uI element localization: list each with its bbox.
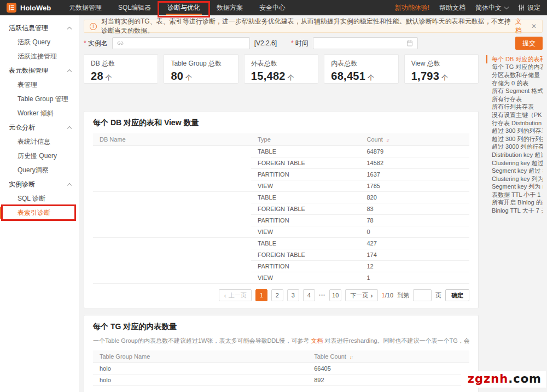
page-button-4[interactable]: 4 bbox=[303, 289, 315, 301]
column-header-label: Type bbox=[258, 136, 271, 143]
section-description: 一个Table Group的内表总数不建议超过1W张，表太多可能会导致DDL慢，… bbox=[93, 337, 469, 345]
nav-tab-wrap: 元数据管理 bbox=[61, 0, 110, 15]
submit-button[interactable]: 提交 bbox=[515, 37, 543, 50]
anchor-item[interactable]: 每个 DB 对应的表和 View... bbox=[486, 55, 543, 63]
column-header[interactable]: DB Name bbox=[93, 133, 251, 146]
banner-doc-link[interactable]: 文档 bbox=[515, 17, 527, 36]
prev-page-button[interactable]: 上一页 bbox=[219, 289, 251, 301]
sliders-icon bbox=[518, 4, 525, 11]
jump-label: 到第 bbox=[397, 291, 409, 300]
column-header[interactable]: Type bbox=[251, 133, 360, 146]
anchor-item[interactable]: 所有开启 Binlog 的表 bbox=[486, 199, 543, 207]
anchor-item[interactable]: 所有行存表 bbox=[486, 95, 543, 103]
stat-value: 28个 bbox=[91, 70, 151, 83]
page-button-10[interactable]: 10 bbox=[329, 289, 341, 301]
confirm-button[interactable]: 确定 bbox=[445, 289, 469, 301]
nav-tab[interactable]: SQL编辑器 bbox=[118, 3, 151, 13]
nav-tab[interactable]: 元数据管理 bbox=[69, 3, 102, 13]
nav-tab[interactable]: 安全中心 bbox=[259, 3, 286, 13]
nav-tab[interactable]: 诊断与优化 bbox=[167, 3, 200, 13]
table-row: TABLE64879 bbox=[93, 146, 469, 157]
page-button-1[interactable]: 1 bbox=[255, 289, 267, 301]
type-cell: PARTITION bbox=[251, 215, 360, 226]
db-table-header-row: DB NameTypeCount bbox=[93, 133, 469, 146]
column-header[interactable]: Table Count bbox=[307, 350, 469, 363]
sidebar-item[interactable]: SQL 诊断 bbox=[0, 191, 79, 206]
instance-name-label: 实例名 bbox=[84, 39, 108, 48]
anchor-item[interactable]: Distribution key 超过 3 列... bbox=[486, 151, 543, 159]
column-header[interactable]: Table Group Name bbox=[93, 350, 307, 363]
anchor-item[interactable]: 所有 Segment 格式的表... bbox=[486, 87, 543, 95]
anchor-item[interactable]: 每个 TG 对应的内表数量 bbox=[486, 63, 543, 72]
anchor-item[interactable]: 超过 300 列的行列共存表 bbox=[486, 135, 543, 143]
anchor-item[interactable]: 表数据 TTL 小于 1 天的表 bbox=[486, 191, 543, 199]
navbar-tabs: 元数据管理SQL编辑器诊断与优化数据方案安全中心 bbox=[61, 0, 294, 15]
type-cell: PARTITION bbox=[251, 261, 360, 272]
anchor-item[interactable]: 超过 300 列的列存表 bbox=[486, 127, 543, 135]
table-row: holo892 bbox=[93, 375, 469, 386]
time-field[interactable] bbox=[313, 37, 418, 49]
anchor-item[interactable]: Segment key 列为 nullabl... bbox=[486, 183, 543, 191]
anchor-item[interactable]: 分区表数和存储量 bbox=[486, 71, 543, 79]
time-label: 时间 bbox=[291, 39, 309, 48]
stat-card: 内表总数68,451个 bbox=[324, 54, 398, 84]
sidebar-item[interactable]: 历史慢 Query bbox=[0, 149, 79, 163]
tg-name-cell: holo bbox=[93, 375, 307, 386]
sidebar-group[interactable]: 元仓分析 bbox=[0, 120, 79, 134]
sidebar-item-label: 表管理 bbox=[18, 81, 37, 89]
help-docs-link[interactable]: 帮助文档 bbox=[439, 3, 465, 13]
next-page-button[interactable]: 下一页 bbox=[345, 289, 377, 301]
db-name-cell bbox=[93, 146, 251, 192]
nav-tab[interactable]: 数据方案 bbox=[217, 3, 243, 13]
sidebar: 活跃信息管理活跃 Query活跃连接管理表元数据管理表管理Table Group… bbox=[0, 15, 79, 392]
sort-icons[interactable] bbox=[386, 137, 389, 143]
anchor-item[interactable]: 行存表 Distribution key ... bbox=[486, 119, 543, 127]
close-icon[interactable] bbox=[531, 22, 537, 30]
anchor-item[interactable]: Clustering key 列为 nulla... bbox=[486, 175, 543, 183]
sidebar-item[interactable]: 活跃连接管理 bbox=[0, 49, 79, 63]
nav-tab-wrap: 安全中心 bbox=[251, 0, 294, 15]
sort-icons[interactable] bbox=[350, 354, 352, 360]
tg-count-cell: 892 bbox=[307, 375, 469, 386]
sidebar-group[interactable]: 表元数据管理 bbox=[0, 63, 79, 78]
anchor-item[interactable]: 存储为 0 的表 bbox=[486, 79, 543, 87]
sidebar-item[interactable]: Query洞察 bbox=[0, 163, 79, 177]
sidebar-item[interactable]: 活跃 Query bbox=[0, 35, 79, 49]
tg-table-header-row: Table Group NameTable Count bbox=[93, 350, 469, 363]
page-jump-input[interactable] bbox=[413, 289, 432, 301]
count-cell: 1785 bbox=[360, 180, 469, 192]
anchor-item[interactable]: Clustering key 超过 3 列... bbox=[486, 159, 543, 167]
anchor-item[interactable]: Segment key 超过 3 列的... bbox=[486, 167, 543, 175]
count-cell: 14582 bbox=[360, 157, 469, 169]
page-ellipsis[interactable]: ••• bbox=[319, 292, 325, 298]
column-header[interactable]: Count bbox=[360, 133, 469, 146]
instance-name-field[interactable] bbox=[112, 37, 250, 49]
sidebar-item[interactable]: Worker 倾斜 bbox=[0, 106, 79, 120]
stat-label: 外表总数 bbox=[251, 59, 311, 68]
db-name-cell bbox=[93, 192, 251, 238]
page-button-2[interactable]: 2 bbox=[271, 289, 283, 301]
anchor-item[interactable]: Binlog TTL 大于 7 天的表 bbox=[486, 207, 543, 215]
sidebar-item[interactable]: Table Group 管理 bbox=[0, 92, 79, 106]
settings-button[interactable]: 设定 bbox=[518, 3, 540, 13]
anchor-item[interactable]: 所有行列共存表 bbox=[486, 103, 543, 112]
anchor-item[interactable]: 没有设置主键（PK）的... bbox=[486, 111, 543, 119]
sidebar-item[interactable]: 表统计信息 bbox=[0, 134, 79, 149]
doc-link[interactable]: 文档 bbox=[311, 337, 323, 344]
sidebar-group[interactable]: 实例诊断 bbox=[0, 177, 79, 191]
page-button-3[interactable]: 3 bbox=[287, 289, 299, 301]
brand[interactable]: HoloWeb bbox=[7, 3, 51, 13]
language-selector[interactable]: 简体中文 bbox=[475, 3, 508, 13]
sidebar-group[interactable]: 活跃信息管理 bbox=[0, 21, 79, 35]
sort-asc-icon bbox=[387, 137, 389, 143]
sidebar-item[interactable]: 表索引诊断 bbox=[0, 206, 79, 220]
new-feature-link[interactable]: 新功能体验! bbox=[395, 3, 429, 13]
sidebar-item[interactable]: 表管理 bbox=[0, 78, 79, 92]
stat-card: View 总数1,793个 bbox=[404, 54, 479, 84]
anchor-item[interactable]: 超过 3000 列的行存表 bbox=[486, 143, 543, 151]
top-navbar: HoloWeb 元数据管理SQL编辑器诊断与优化数据方案安全中心 新功能体验! … bbox=[0, 0, 547, 15]
time-input[interactable] bbox=[318, 39, 403, 47]
instance-name-input[interactable] bbox=[127, 39, 245, 47]
count-cell: 1637 bbox=[360, 169, 469, 180]
sidebar-item-label: 表索引诊断 bbox=[18, 209, 50, 217]
